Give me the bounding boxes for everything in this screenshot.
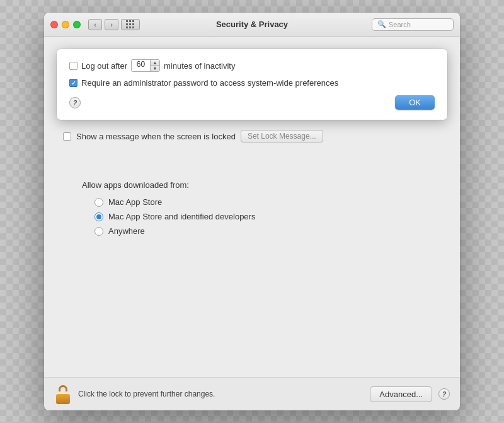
lock-body	[56, 394, 70, 404]
content-area: Log out after 60 ▲ ▼ minutes of inactivi…	[44, 37, 460, 377]
logout-stepper[interactable]: 60 ▲ ▼	[131, 59, 160, 72]
search-box[interactable]: 🔍 Search	[372, 18, 454, 31]
logout-row: Log out after 60 ▲ ▼ minutes of inactivi…	[69, 59, 435, 72]
dialog: Log out after 60 ▲ ▼ minutes of inactivi…	[57, 49, 447, 120]
stepper-up[interactable]: ▲	[151, 60, 159, 66]
window-title: Security & Privacy	[216, 20, 288, 29]
search-icon: 🔍	[377, 20, 386, 28]
radio-row-mac-app-store-identified: Mac App Store and identified developers	[94, 212, 447, 221]
radio-mac-app-store-identified[interactable]	[94, 212, 103, 221]
minimize-button[interactable]	[62, 21, 69, 28]
lock-message-label: Show a message when the screen is locked	[76, 132, 236, 141]
grid-icon	[126, 20, 135, 29]
radio-label-anywhere: Anywhere	[108, 226, 145, 236]
logout-minutes-value[interactable]: 60	[132, 60, 151, 71]
radio-label-mac-app-store: Mac App Store	[108, 197, 162, 207]
grid-view-button[interactable]	[121, 19, 140, 30]
dialog-help-button[interactable]: ?	[69, 97, 81, 108]
lock-shackle	[59, 385, 67, 391]
radio-mac-app-store[interactable]	[94, 198, 103, 207]
logout-suffix: minutes of inactivity	[164, 61, 235, 71]
dialog-footer: ? OK	[69, 95, 435, 110]
set-lock-message-button[interactable]: Set Lock Message...	[241, 130, 323, 142]
logout-checkbox[interactable]	[69, 62, 77, 70]
allow-apps-section: Allow apps downloaded from: Mac App Stor…	[57, 180, 447, 236]
radio-label-mac-app-store-identified: Mac App Store and identified developers	[108, 212, 255, 221]
search-placeholder: Search	[389, 21, 411, 28]
close-button[interactable]	[50, 21, 58, 28]
radio-group: Mac App Store Mac App Store and identifi…	[82, 197, 447, 236]
maximize-button[interactable]	[73, 21, 81, 28]
stepper-down[interactable]: ▼	[151, 66, 159, 71]
bottom-bar: Click the lock to prevent further change…	[44, 377, 460, 410]
ok-button[interactable]: OK	[395, 95, 435, 110]
radio-row-anywhere: Anywhere	[94, 226, 447, 236]
allow-apps-heading: Allow apps downloaded from:	[82, 180, 447, 190]
radio-anywhere[interactable]	[94, 227, 103, 236]
radio-row-mac-app-store: Mac App Store	[94, 197, 447, 207]
logout-label: Log out after	[81, 61, 127, 71]
forward-button[interactable]: ›	[105, 19, 118, 30]
lock-message-checkbox[interactable]	[63, 132, 71, 141]
require-password-checkbox[interactable]	[69, 79, 77, 87]
main-window: ‹ › Security & Privacy 🔍 Search Log out …	[44, 13, 460, 410]
require-password-row: Require an administrator password to acc…	[69, 78, 435, 88]
titlebar: ‹ › Security & Privacy 🔍 Search	[44, 13, 460, 37]
advanced-button[interactable]: Advanced...	[370, 386, 432, 402]
lock-icon[interactable]	[54, 384, 72, 404]
bottom-help-button[interactable]: ?	[438, 388, 450, 400]
traffic-lights	[50, 21, 81, 28]
back-button[interactable]: ‹	[88, 19, 102, 30]
require-password-label: Require an administrator password to acc…	[81, 78, 338, 88]
lock-message-row: Show a message when the screen is locked…	[63, 130, 447, 142]
lock-status-text: Click the lock to prevent further change…	[78, 390, 364, 398]
stepper-arrows: ▲ ▼	[151, 60, 159, 71]
nav-buttons: ‹ ›	[88, 19, 118, 30]
